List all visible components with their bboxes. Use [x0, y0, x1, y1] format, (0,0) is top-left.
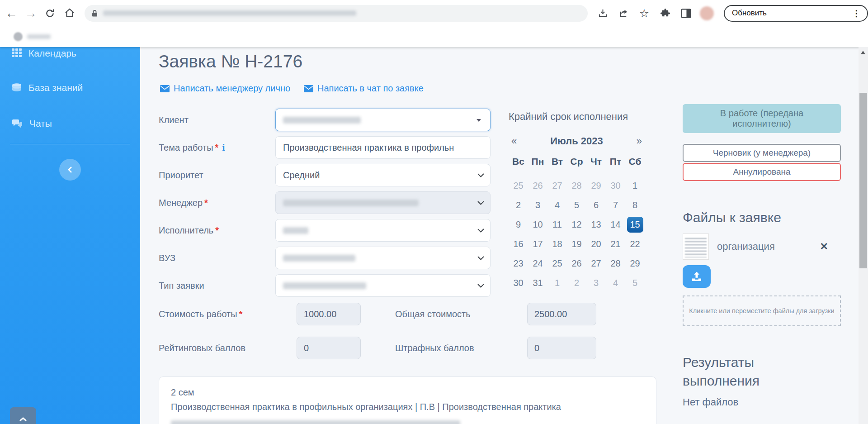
sidebar-item-chats[interactable]: Чаты: [12, 118, 52, 129]
write-manager-link[interactable]: Написать менеджеру лично: [160, 83, 290, 94]
calendar-day[interactable]: 1: [547, 273, 567, 293]
sidebar-item-calendar[interactable]: Календарь: [12, 48, 76, 59]
status-in-progress-button[interactable]: В работе (передана исполнителю): [683, 104, 841, 133]
profile-avatar[interactable]: [700, 6, 714, 20]
menu-dots-icon[interactable]: ⋮: [849, 8, 864, 19]
upload-button[interactable]: [683, 265, 711, 288]
work-cost-input[interactable]: 1000.00: [297, 303, 361, 325]
calendar-day[interactable]: 9: [509, 215, 528, 234]
page-scrollbar[interactable]: [859, 47, 868, 424]
extensions-button[interactable]: [658, 6, 672, 20]
calendar-day[interactable]: 27: [586, 254, 606, 273]
calendar-day[interactable]: 18: [547, 234, 567, 254]
status-cancelled-button[interactable]: Аннулирована: [683, 163, 841, 181]
calendar-day[interactable]: 2: [567, 273, 586, 293]
file-dropzone[interactable]: Кликните или переместите файлы для загру…: [683, 295, 841, 326]
back-button[interactable]: ←: [4, 4, 19, 22]
calendar-day[interactable]: 22: [625, 234, 645, 254]
calendar-day[interactable]: 19: [567, 234, 586, 254]
calendar-day[interactable]: 26: [528, 176, 547, 195]
calendar-day[interactable]: 3: [586, 273, 606, 293]
home-button[interactable]: [61, 4, 77, 22]
calendar-day[interactable]: 13: [586, 215, 606, 234]
calendar-day[interactable]: 30: [606, 176, 625, 195]
topic-input[interactable]: [275, 136, 491, 159]
calendar-day[interactable]: 4: [606, 273, 625, 293]
calendar-day[interactable]: 4: [547, 195, 567, 215]
calendar-day[interactable]: 2: [509, 195, 528, 215]
calendar-day[interactable]: 6: [586, 195, 606, 215]
calendar-day[interactable]: 28: [567, 176, 586, 195]
bookmarks-bar: [0, 26, 868, 47]
scroll-top-button[interactable]: [10, 407, 36, 424]
calendar-day[interactable]: 26: [567, 254, 586, 273]
total-cost-input[interactable]: 2500.00: [527, 303, 596, 325]
sidebar-item-label: Календарь: [28, 48, 76, 59]
priority-select[interactable]: Средний: [275, 164, 491, 186]
calendar-day[interactable]: 23: [509, 254, 528, 273]
calendar-day[interactable]: 12: [567, 215, 586, 234]
share-button[interactable]: [617, 6, 630, 20]
manager-select[interactable]: [275, 191, 491, 214]
results-empty-text: Нет файлов: [683, 396, 841, 408]
address-bar[interactable]: [85, 5, 588, 22]
scrollbar-up-arrow-icon[interactable]: [861, 51, 865, 54]
calendar-day[interactable]: 25: [547, 254, 567, 273]
executor-select[interactable]: [275, 219, 491, 242]
status-draft-button[interactable]: Черновик (у менеджера): [683, 144, 841, 162]
description-textarea[interactable]: 2 сем Производственная практика в профил…: [159, 376, 656, 424]
calendar-day[interactable]: 24: [528, 254, 547, 273]
chevron-down-icon: [477, 173, 484, 177]
calendar-day[interactable]: 5: [625, 273, 645, 293]
scrollbar-thumb[interactable]: [859, 93, 867, 268]
calendar-day[interactable]: 30: [509, 273, 528, 293]
calendar-day[interactable]: 3: [528, 195, 547, 215]
calendar-day[interactable]: 16: [509, 234, 528, 254]
calendar-day[interactable]: 10: [528, 215, 547, 234]
file-item: организация ✕: [683, 233, 841, 260]
calendar-day[interactable]: 25: [509, 176, 528, 195]
sidebar-item-knowledge-base[interactable]: База знаний: [12, 82, 83, 93]
calendar-day[interactable]: 5: [567, 195, 586, 215]
calendar-day[interactable]: 1: [625, 176, 645, 195]
side-panel-button[interactable]: [679, 6, 693, 20]
penalty-points-input[interactable]: 0: [527, 337, 596, 359]
priority-label: Приоритет: [159, 170, 275, 181]
calendar-day[interactable]: 14: [606, 215, 625, 234]
update-button[interactable]: Обновить ⋮: [724, 5, 868, 22]
calendar-day[interactable]: 29: [625, 254, 645, 273]
download-button[interactable]: [596, 6, 609, 20]
calendar-day[interactable]: 28: [606, 254, 625, 273]
calendar-prev-button[interactable]: «: [509, 135, 519, 147]
calendar-day[interactable]: 8: [625, 195, 645, 215]
file-thumbnail[interactable]: [683, 233, 709, 260]
calendar-day[interactable]: 29: [586, 176, 606, 195]
share-icon: [618, 8, 629, 19]
calendar-day-selected[interactable]: 15: [627, 217, 643, 233]
sidebar-collapse-button[interactable]: [59, 159, 81, 181]
info-icon[interactable]: i: [222, 142, 225, 153]
remove-file-button[interactable]: ✕: [820, 241, 828, 252]
manager-value-redacted: [283, 200, 419, 206]
reload-button[interactable]: [42, 4, 58, 22]
application-window: ← → ☆: [0, 0, 868, 424]
rating-points-input[interactable]: 0: [297, 337, 361, 359]
penalty-points-label: Штрафных баллов: [395, 337, 474, 359]
university-select[interactable]: [275, 247, 491, 269]
required-asterisk: *: [204, 198, 208, 208]
calendar-day[interactable]: 21: [606, 234, 625, 254]
bookmark-item[interactable]: [0, 32, 51, 41]
calendar-day[interactable]: 17: [528, 234, 547, 254]
database-icon: [12, 83, 22, 93]
calendar-next-button[interactable]: »: [634, 135, 645, 147]
write-chat-link[interactable]: Написать в чат по заявке: [304, 83, 424, 94]
calendar-day[interactable]: 20: [586, 234, 606, 254]
request-type-select[interactable]: [275, 274, 491, 297]
bookmark-star-button[interactable]: ☆: [637, 6, 651, 20]
client-select[interactable]: [275, 109, 491, 131]
forward-button[interactable]: →: [23, 4, 39, 22]
calendar-day[interactable]: 11: [547, 215, 567, 234]
calendar-day[interactable]: 27: [547, 176, 567, 195]
calendar-day[interactable]: 7: [606, 195, 625, 215]
calendar-day[interactable]: 31: [528, 273, 547, 293]
